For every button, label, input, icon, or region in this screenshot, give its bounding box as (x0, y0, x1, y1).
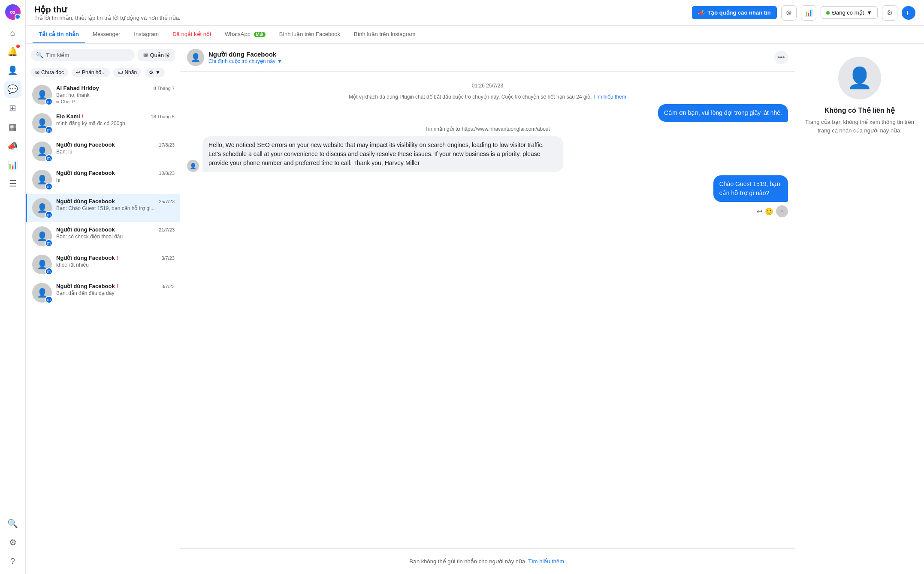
chat-user-name: Người dùng Facebook (208, 51, 770, 58)
conv-name: Người dùng Facebook ! (56, 255, 118, 261)
platform-badge-messenger: m (45, 98, 53, 105)
list-item[interactable]: 👤 m Người dùng Facebook 25/7/23 Bạn: Chà… (26, 194, 180, 222)
user-avatar[interactable]: F (902, 6, 915, 20)
unread-icon: ✉ (35, 69, 39, 75)
learn-more-link[interactable]: Tìm hiểu thêm (593, 94, 626, 100)
contact-avatar: 👤 (838, 57, 881, 99)
filter-unread[interactable]: ✉ Chưa đọc (31, 68, 68, 77)
tab-all-messages[interactable]: Tất cả tin nhắn (33, 26, 85, 43)
tab-instagram-comments[interactable]: Bình luận trên Instagram (348, 26, 421, 43)
chat-actions: ••• (774, 51, 788, 64)
filter-more[interactable]: ⚙ ▼ (145, 68, 165, 77)
platform-badge-messenger: m (45, 183, 53, 190)
sidebar-item-stats[interactable]: 📊 (4, 156, 21, 173)
sidebar-item-table[interactable]: ▦ (4, 118, 21, 135)
conv-preview: Bạn: no, thank (56, 92, 175, 98)
platform-badge-messenger: m (45, 296, 53, 304)
learn-more-input-link[interactable]: Tìm hiểu thêm. (528, 558, 565, 565)
create-ad-button[interactable]: 📣 Tạo quảng cáo nhãn tin (692, 6, 776, 19)
list-item[interactable]: 👤 m Elo Kami ! 18 Tháng 5 mình đăng ký m… (26, 109, 180, 137)
chat-input-disabled: Bạn không thể gửi tin nhắn cho người này… (187, 554, 788, 569)
reply-reaction-icon[interactable]: ↩ (757, 207, 762, 216)
conv-list-header: 🔍 ✉ Quản lý (26, 44, 180, 66)
conv-name: Người dùng Facebook ! (56, 283, 118, 289)
sidebar-item-ads[interactable]: 📣 (4, 137, 21, 154)
assign-button[interactable]: Chỉ định cuộc trò chuyện này ▼ (208, 58, 770, 64)
chat-avatar: 👤 (187, 49, 204, 66)
conv-name: Al Fahad Hridoy (56, 85, 99, 91)
conv-time: 8 Tháng 7 (154, 86, 175, 91)
conv-preview: mình đăng ký mã đc có 200gb (56, 120, 175, 126)
conv-preview: khóc rất nhiều (56, 262, 175, 268)
conv-time: 18 Tháng 5 (151, 114, 175, 119)
conv-source: ∞ Chat P... (56, 99, 175, 104)
sidebar-item-help[interactable]: ? (4, 553, 21, 570)
chat-header-info: Người dùng Facebook Chỉ định cuộc trò ch… (208, 51, 770, 64)
status-button[interactable]: Đang có mặt ▼ (821, 6, 878, 19)
list-item[interactable]: 👤 m Người dùng Facebook 17/8/23 Bạn: iu (26, 137, 180, 165)
flag-icon: ! (116, 255, 118, 261)
conv-name: Elo Kami ! (56, 113, 84, 120)
conv-name: Người dùng Facebook (56, 198, 115, 204)
chart-button[interactable]: 📊 (801, 5, 816, 21)
emoji-reaction-icon[interactable]: 🙂 (765, 207, 773, 216)
top-header: Hộp thư Trả lời tin nhắn, thiết lập tin … (26, 0, 924, 26)
list-item[interactable]: 👤 m Người dùng Facebook 21/7/23 Bạn: có … (26, 222, 180, 250)
filter-label[interactable]: 🏷 Nhãn (113, 68, 141, 77)
sidebar-item-profile[interactable]: 👤 (4, 62, 21, 79)
platform-badge-messenger: m (45, 154, 53, 162)
conv-body: Người dùng Facebook ! 3/7/23 khóc rất nh… (56, 255, 175, 268)
conv-time: 3/7/23 (161, 255, 175, 261)
conv-body: Người dùng Facebook 25/7/23 Bạn: Chào Gu… (56, 198, 175, 211)
message-bubble: Cảm ơn bạn, vui lòng đợi trong giây lát … (658, 104, 788, 122)
search-box[interactable]: 🔍 (31, 49, 135, 61)
sidebar-item-notifications[interactable]: 🔔 (4, 43, 21, 60)
whatsapp-badge: Mới (254, 32, 266, 37)
conv-preview: Bạn: có check điện thoại đâu (56, 234, 175, 240)
meta-logo[interactable]: ∞ (5, 4, 21, 20)
sidebar-item-messages[interactable]: 💬 (4, 81, 21, 98)
tab-whatsapp[interactable]: WhatsApp Mới (219, 26, 272, 43)
list-item[interactable]: 👤 m Người dùng Facebook ! 3/7/23 Bạn: dẫ… (26, 279, 180, 307)
avatar: 👤 m (32, 170, 52, 189)
conv-preview: Bạn: dẫn đến đâu dạ dày (56, 290, 175, 296)
sidebar-item-grid[interactable]: ⊞ (4, 99, 21, 117)
tab-disconnected[interactable]: Đã ngắt kết nối (166, 26, 217, 43)
tab-facebook-comments[interactable]: Bình luận trên Facebook (273, 26, 346, 43)
conv-body: Người dùng Facebook 10/8/23 hi (56, 170, 175, 183)
sidebar-item-search[interactable]: 🔍 (4, 515, 21, 532)
tab-instagram[interactable]: Instagram (128, 26, 165, 43)
sidebar-item-settings[interactable]: ⚙ (4, 534, 21, 551)
platform-badge-messenger: m (45, 211, 53, 219)
conv-time: 25/7/23 (159, 199, 175, 204)
body-layout: 🔍 ✉ Quản lý ✉ Chưa đọc ↩ Phản hồ... (26, 44, 924, 574)
sidebar-item-home[interactable]: ⌂ (4, 24, 21, 41)
chat-header: 👤 Người dùng Facebook Chỉ định cuộc trò … (180, 44, 795, 72)
chevron-down-icon: ▼ (277, 58, 282, 64)
tab-messenger[interactable]: Messenger (87, 26, 126, 43)
list-item[interactable]: 👤 m Người dùng Facebook ! 3/7/23 khóc rấ… (26, 250, 180, 279)
avatar: 👤 m (32, 255, 52, 274)
sender-avatar: 👤 (187, 160, 199, 172)
main-content: Hộp thư Trả lời tin nhắn, thiết lập tin … (26, 0, 924, 574)
more-options-button[interactable]: ••• (774, 51, 788, 64)
conv-body: Người dùng Facebook 17/8/23 Bạn: iu (56, 141, 175, 155)
avatar: 👤 m (32, 85, 52, 105)
manage-button[interactable]: ✉ Quản lý (138, 49, 175, 61)
conv-name: Người dùng Facebook (56, 226, 115, 233)
message-bubble: Chào Guest 1519, bạn cần hỗ trợ gì nào? (713, 175, 788, 202)
label-icon: 🏷 (118, 69, 123, 75)
sidebar-item-menu[interactable]: ☰ (4, 175, 21, 192)
settings-button[interactable]: ⚙ (882, 5, 897, 21)
list-item[interactable]: 👤 m Al Fahad Hridoy 8 Tháng 7 Bạn: no, t… (26, 81, 180, 109)
avatar: 👤 m (32, 283, 52, 303)
sidebar-left: ∞ ⌂ 🔔 👤 💬 ⊞ ▦ 📣 📊 ☰ 🔍 ⚙ ? (0, 0, 26, 574)
contact-description: Trang của bạn không thể xem thông tin tr… (804, 118, 915, 135)
message-row: Cảm ơn bạn, vui lòng đợi trong giây lát … (187, 104, 788, 122)
atom-button[interactable]: ⊗ (781, 5, 797, 21)
list-item[interactable]: 👤 m Người dùng Facebook 10/8/23 hi (26, 165, 180, 194)
conv-time: 10/8/23 (159, 171, 175, 176)
search-input[interactable] (46, 52, 130, 58)
filter-reply[interactable]: ↩ Phản hồ... (72, 68, 110, 77)
platform-badge-messenger: m (45, 267, 53, 275)
